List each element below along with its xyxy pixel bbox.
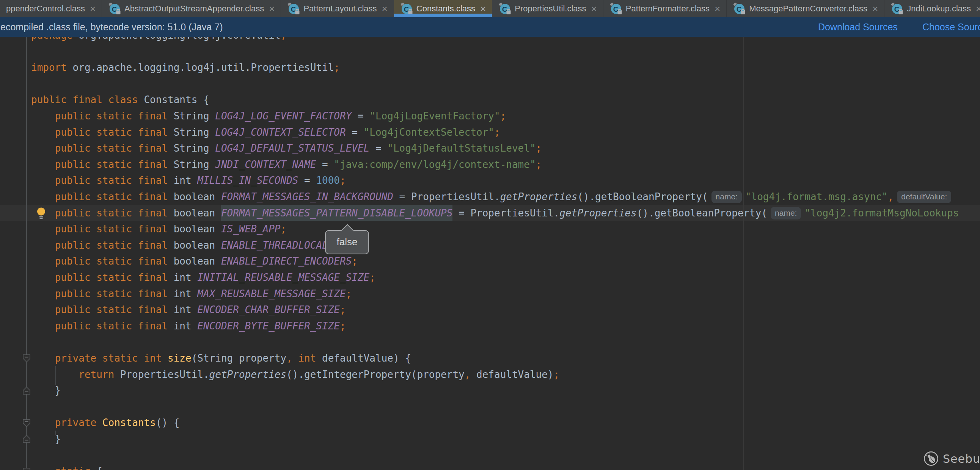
intention-bulb-icon[interactable] (36, 207, 47, 221)
fold-collapse-icon[interactable] (22, 467, 31, 470)
code-line[interactable]: public static final String LOG4J_CONTEXT… (31, 124, 500, 141)
choose-sources-link[interactable]: Choose Sources (922, 17, 980, 37)
tab-close-icon[interactable]: × (480, 4, 486, 14)
class-file-icon: C (609, 2, 622, 15)
class-file-icon: C (287, 2, 300, 15)
gutter-fold-line (26, 37, 27, 470)
code-line[interactable]: return PropertiesUtil.getProperties().ge… (31, 367, 559, 383)
tab-close-icon[interactable]: × (714, 4, 720, 14)
code-line[interactable]: public static final int ENCODER_CHAR_BUF… (31, 302, 346, 318)
code-line[interactable]: public static final int ENCODER_BYTE_BUF… (31, 318, 346, 334)
code-line[interactable]: public static final String LOG4J_LOG_EVE… (31, 108, 506, 124)
value-tooltip: false (325, 230, 369, 254)
tab-close-icon[interactable]: × (382, 4, 388, 14)
code-line[interactable]: package org.apache.logging.log4j.core.ut… (31, 37, 286, 44)
tab-propertiesutil[interactable]: C PropertiesUtil.class× (492, 0, 603, 17)
tab-patternlayout[interactable]: C PatternLayout.class× (281, 0, 394, 17)
code-line[interactable]: } (31, 383, 61, 399)
tab-patternformatter[interactable]: C PatternFormatter.class× (603, 0, 727, 17)
code-line[interactable]: public static final int INITIAL_REUSABLE… (31, 270, 375, 286)
fold-end-icon[interactable] (22, 387, 31, 395)
code-line[interactable]: public static final String LOG4J_DEFAULT… (31, 140, 542, 157)
download-sources-link[interactable]: Download Sources (818, 17, 898, 37)
tab-close-icon[interactable]: × (591, 4, 597, 14)
class-file-icon: C (108, 2, 121, 15)
tooltip-value: false (326, 231, 368, 253)
code-line[interactable]: public static final int MAX_REUSABLE_MES… (31, 286, 352, 302)
inlay-parameter-hint: name: (771, 207, 801, 219)
tab-jndilookup[interactable]: C JndiLookup.class× (885, 0, 980, 17)
tab-label: AbstractOutputStreamAppender.class (124, 4, 264, 14)
tab-label: PatternFormatter.class (626, 4, 710, 14)
inlay-parameter-hint: defaultValue: (897, 191, 951, 203)
tab-ppendercontrol[interactable]: ppenderControl.class× (0, 0, 102, 17)
tab-constants[interactable]: C Constants.class× (394, 0, 492, 17)
code-line[interactable]: public static final boolean ENABLE_DIREC… (31, 253, 358, 270)
class-file-icon: C (498, 2, 511, 15)
fold-end-icon[interactable] (22, 435, 31, 443)
seebug-watermark: Seebug (923, 451, 980, 467)
inlay-parameter-hint: name: (711, 191, 742, 203)
code-line[interactable]: } (31, 431, 61, 447)
code-line[interactable]: static { (31, 463, 102, 470)
tab-label: Constants.class (417, 4, 475, 14)
class-file-icon: C (733, 2, 746, 15)
code-line[interactable]: public static final boolean IS_WEB_APP; (31, 221, 286, 237)
tab-label: JndiLookup.class (907, 4, 971, 14)
class-file-icon: C (891, 2, 904, 15)
seebug-bug-icon (923, 451, 939, 467)
right-margin-guide (743, 37, 744, 470)
fold-collapse-icon[interactable] (22, 354, 31, 362)
tab-close-icon[interactable]: × (872, 4, 878, 14)
tab-label: MessagePatternConverter.class (749, 4, 867, 14)
editor-tab-bar: ppenderControl.class× C AbstractOutputSt… (0, 0, 980, 17)
tab-messagepatternconverter[interactable]: C MessagePatternConverter.class× (727, 0, 885, 17)
code-line[interactable]: public static final boolean ENABLE_THREA… (31, 237, 340, 254)
seebug-wordmark: Seebug (943, 452, 980, 465)
code-editor[interactable]: package org.apache.logging.log4j.core.ut… (0, 37, 980, 470)
class-file-icon: C (400, 2, 413, 15)
tab-close-icon[interactable]: × (976, 4, 980, 14)
tab-label: PatternLayout.class (304, 4, 377, 14)
code-line[interactable]: private static int size(String property,… (31, 350, 411, 367)
banner-message: Decompiled .class file, bytecode version… (0, 17, 223, 37)
tab-label: PropertiesUtil.class (515, 4, 586, 14)
fold-collapse-icon[interactable] (22, 419, 31, 427)
tab-close-icon[interactable]: × (90, 4, 95, 14)
code-line[interactable]: public static final int MILLIS_IN_SECOND… (31, 173, 346, 189)
ide-window: ppenderControl.class× C AbstractOutputSt… (0, 0, 980, 470)
code-line[interactable]: public static final boolean FORMAT_MESSA… (31, 205, 959, 221)
code-line[interactable]: import org.apache.logging.log4j.util.Pro… (31, 59, 340, 76)
tab-abstractoutputstreamappender[interactable]: C AbstractOutputStreamAppender.class× (102, 0, 281, 17)
tab-label: ppenderControl.class (6, 4, 85, 14)
code-line[interactable]: public final class Constants { (31, 92, 209, 108)
code-line[interactable]: private Constants() { (31, 414, 180, 431)
decompiler-banner: Decompiled .class file, bytecode version… (0, 17, 980, 37)
code-line[interactable]: public static final String JNDI_CONTEXT_… (31, 157, 542, 173)
tab-close-icon[interactable]: × (269, 4, 275, 14)
code-line[interactable]: public static final boolean FORMAT_MESSA… (31, 189, 955, 205)
